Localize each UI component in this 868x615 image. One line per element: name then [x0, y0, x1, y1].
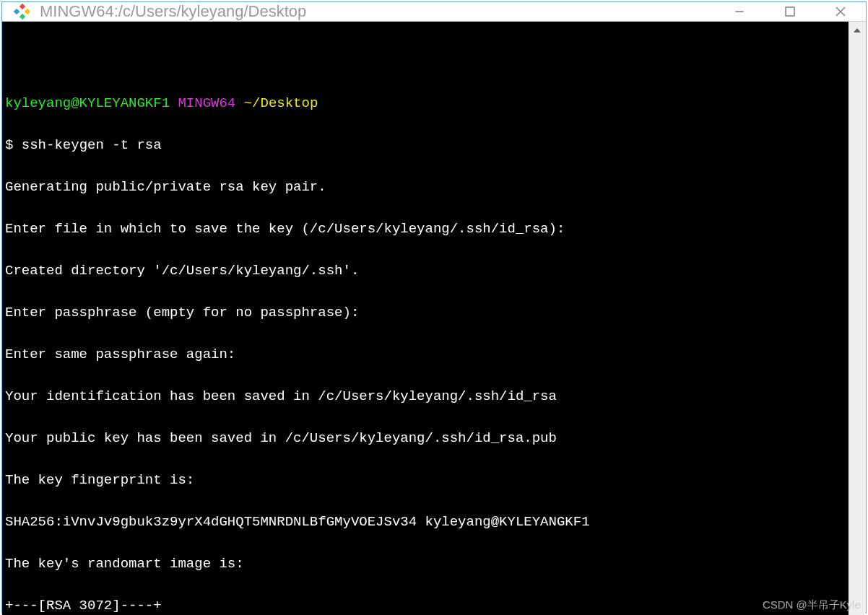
output-line: The key's randomart image is: — [5, 554, 846, 575]
terminal-area: kyleyang@KYLEYANGKF1 MINGW64 ~/Desktop $… — [2, 22, 866, 615]
output-line: The key fingerprint is: — [5, 470, 846, 491]
scroll-track[interactable] — [849, 39, 866, 615]
prompt-line: kyleyang@KYLEYANGKF1 MINGW64 ~/Desktop — [5, 93, 846, 114]
prompt-path: ~/Desktop — [244, 95, 318, 111]
close-button[interactable] — [815, 2, 866, 21]
titlebar[interactable]: MINGW64:/c/Users/kyleyang/Desktop — [2, 2, 866, 22]
command-line: $ ssh-keygen -t rsa — [5, 135, 846, 156]
scrollbar[interactable] — [849, 22, 866, 615]
command-text: ssh-keygen -t rsa — [22, 137, 162, 153]
output-line: Your public key has been saved in /c/Use… — [5, 428, 846, 449]
svg-rect-2 — [19, 14, 25, 19]
prompt-env: MINGW64 — [178, 95, 235, 111]
output-line: Generating public/private rsa key pair. — [5, 177, 846, 198]
scroll-up-icon[interactable] — [849, 22, 866, 39]
terminal-content[interactable]: kyleyang@KYLEYANGKF1 MINGW64 ~/Desktop $… — [2, 22, 849, 615]
prompt-user-host: kyleyang@KYLEYANGKF1 — [5, 95, 170, 111]
window-controls — [714, 2, 866, 21]
svg-rect-1 — [14, 9, 19, 14]
output-line: Enter passphrase (empty for no passphras… — [5, 302, 846, 323]
empty-line — [5, 51, 846, 72]
svg-marker-8 — [854, 28, 861, 32]
svg-rect-0 — [19, 4, 25, 9]
output-line: Your identification has been saved in /c… — [5, 386, 846, 407]
window-title: MINGW64:/c/Users/kyleyang/Desktop — [40, 2, 714, 21]
svg-rect-5 — [786, 7, 794, 16]
output-line: Enter same passphrase again: — [5, 344, 846, 365]
randomart-line: +---[RSA 3072]----+ — [5, 596, 846, 615]
prompt-symbol: $ — [5, 137, 22, 153]
output-line: Enter file in which to save the key (/c/… — [5, 219, 846, 240]
minimize-button[interactable] — [714, 2, 765, 21]
terminal-window: MINGW64:/c/Users/kyleyang/Desktop kyleya… — [1, 1, 867, 614]
maximize-button[interactable] — [765, 2, 815, 21]
output-line: SHA256:iVnvJv9gbuk3z9yrX4dGHQT5MNRDNLBfG… — [5, 512, 846, 533]
output-line: Created directory '/c/Users/kyleyang/.ss… — [5, 261, 846, 282]
svg-rect-3 — [25, 9, 30, 14]
app-icon — [12, 3, 30, 20]
